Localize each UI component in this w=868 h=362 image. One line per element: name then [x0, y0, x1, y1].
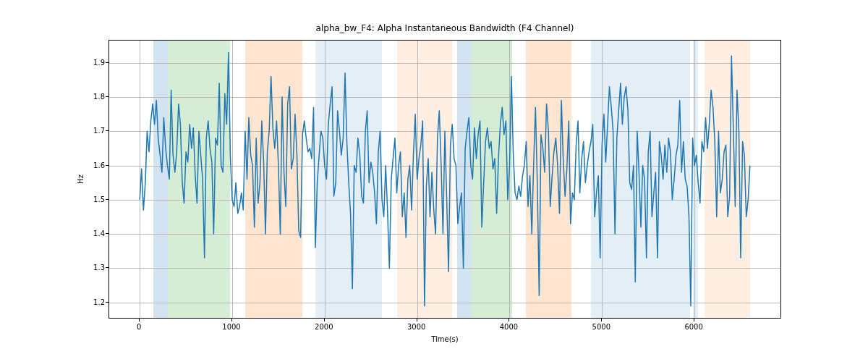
y-tick-mark — [106, 199, 109, 200]
x-tick-mark — [231, 319, 232, 321]
y-tick-mark — [106, 96, 109, 97]
y-tick-label: 1.2 — [83, 298, 105, 306]
y-tick-mark — [106, 302, 109, 303]
y-tick-mark — [106, 165, 109, 166]
y-tick-label: 1.6 — [83, 161, 105, 169]
x-tick-label: 0 — [137, 323, 141, 331]
figure: alpha_bw_F4: Alpha Instantaneous Bandwid… — [0, 0, 868, 362]
x-tick-label: 6000 — [684, 323, 702, 331]
x-tick-label: 3000 — [407, 323, 425, 331]
y-axis-label: Hz — [77, 40, 87, 319]
x-tick-mark — [417, 319, 417, 321]
x-tick-mark — [601, 319, 602, 321]
chart-title: alpha_bw_F4: Alpha Instantaneous Bandwid… — [109, 23, 781, 33]
x-axis-label: Time(s) — [109, 335, 781, 343]
y-tick-label: 1.8 — [83, 93, 105, 101]
y-tick-label: 1.7 — [83, 127, 105, 135]
x-tick-label: 1000 — [222, 323, 240, 331]
y-tick-label: 1.4 — [83, 230, 105, 237]
x-tick-mark — [139, 319, 140, 321]
y-tick-label: 1.3 — [83, 264, 105, 272]
x-tick-label: 2000 — [315, 323, 333, 331]
x-tick-mark — [509, 319, 509, 321]
y-tick-mark — [106, 233, 109, 234]
y-tick-mark — [106, 62, 109, 63]
x-tick-label: 4000 — [500, 323, 518, 331]
y-tick-label: 1.5 — [83, 195, 105, 203]
x-tick-mark — [324, 319, 325, 321]
y-tick-mark — [106, 267, 109, 268]
y-tick-label: 1.9 — [83, 58, 105, 66]
y-tick-mark — [106, 130, 109, 131]
bandwidth-series — [140, 53, 750, 306]
series-svg — [109, 41, 780, 318]
plot-area — [109, 40, 781, 319]
x-tick-mark — [694, 319, 694, 321]
x-tick-label: 5000 — [592, 323, 610, 331]
